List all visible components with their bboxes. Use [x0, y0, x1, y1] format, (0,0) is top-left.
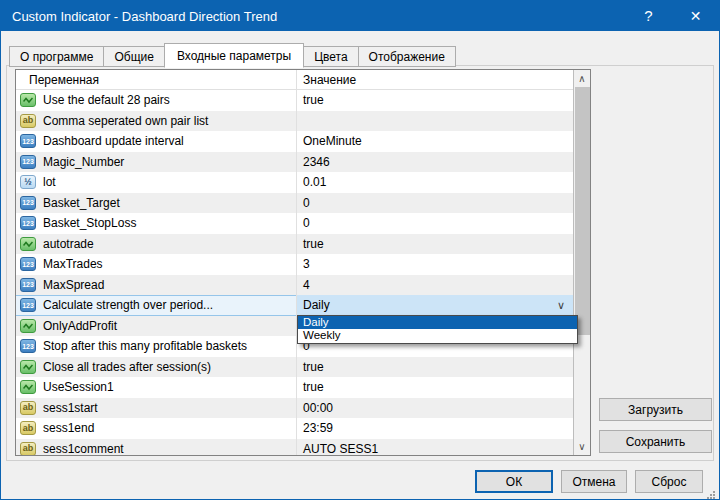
dropdown-list: Daily Weekly — [297, 315, 578, 344]
param-value-cell[interactable]: true ∨ — [297, 357, 573, 378]
int-type-icon: 123 — [20, 196, 36, 210]
param-value: 0.01 — [303, 175, 326, 189]
tab[interactable]: Отображение — [358, 46, 456, 67]
title-bar: Custom Indicator - Dashboard Direction T… — [1, 1, 719, 31]
param-row[interactable]: 123 Dashboard update interval OneMinute … — [16, 131, 573, 152]
int-type-icon: 123 — [20, 216, 36, 230]
param-row[interactable]: Use the default 28 pairs true ∨ — [16, 90, 573, 111]
param-name: Stop after this many profitable baskets — [43, 339, 247, 353]
scrollbar-thumb[interactable] — [575, 87, 590, 335]
param-name: Calculate strength over period... — [43, 298, 213, 312]
param-value-cell[interactable]: 3 ∨ — [297, 254, 573, 275]
param-name: Dashboard update interval — [43, 134, 184, 148]
save-button[interactable]: Сохранить — [599, 430, 712, 453]
param-value-cell[interactable]: true ∨ — [297, 234, 573, 255]
int-type-icon: 123 — [20, 278, 36, 292]
bool-type-icon — [20, 237, 36, 251]
param-value-cell[interactable]: OneMinute ∨ — [297, 131, 573, 152]
param-name: Magic_Number — [43, 155, 124, 169]
param-name: MaxTrades — [43, 257, 103, 271]
param-value-cell[interactable]: AUTO SESS1 ∨ — [297, 439, 573, 456]
column-header-variable[interactable]: Переменная — [16, 70, 297, 89]
bool-type-icon — [20, 360, 36, 374]
param-value: Daily — [303, 298, 330, 312]
param-value-cell[interactable]: 0.01 ∨ — [297, 172, 573, 193]
tab[interactable]: Входные параметры — [164, 43, 304, 68]
param-name: Comma seperated own pair list — [43, 114, 208, 128]
param-row[interactable]: ½ lot 0.01 ∨ — [16, 172, 573, 193]
param-row[interactable]: autotrade true ∨ — [16, 234, 573, 255]
bool-type-icon — [20, 380, 36, 394]
param-value: 4 — [303, 278, 310, 292]
column-header-value[interactable]: Значение — [297, 70, 590, 89]
dropdown-option[interactable]: Weekly — [298, 329, 577, 343]
param-value: AUTO SESS1 — [303, 442, 378, 455]
param-value: 2346 — [303, 155, 330, 169]
param-value-cell[interactable]: true ∨ — [297, 377, 573, 398]
scroll-up-icon[interactable]: ∧ — [574, 70, 590, 87]
dropdown-option[interactable]: Daily — [298, 316, 577, 330]
param-row[interactable]: 123 Basket_Target 0 ∨ — [16, 193, 573, 214]
param-value: true — [303, 380, 324, 394]
param-row[interactable]: ab Comma seperated own pair list ∨ — [16, 111, 573, 132]
vertical-scrollbar[interactable]: ∧ ∨ — [573, 70, 590, 455]
tab[interactable]: Общие — [103, 46, 164, 67]
tab-bar: О программе Общие Входные параметры Цвет… — [10, 43, 456, 67]
param-name: lot — [43, 175, 56, 189]
param-value-cell[interactable]: 00:00 ∨ — [297, 398, 573, 419]
param-value-cell[interactable]: 0 ∨ — [297, 213, 573, 234]
param-name: Close all trades after session(s) — [43, 360, 211, 374]
resize-grip-icon[interactable] — [705, 486, 716, 497]
tab[interactable]: О программе — [9, 46, 104, 67]
param-row[interactable]: ab sess1start 00:00 ∨ — [16, 398, 573, 419]
param-value-cell[interactable]: ∨ — [297, 111, 573, 132]
param-name: sess1end — [43, 421, 94, 435]
scroll-down-icon[interactable]: ∨ — [574, 438, 590, 455]
params-table: Переменная Значение Use the default 28 p… — [15, 69, 591, 456]
ok-button[interactable]: ОК — [475, 470, 553, 493]
reset-button[interactable]: Сброс — [635, 470, 703, 493]
param-row[interactable]: ab sess1comment AUTO SESS1 ∨ — [16, 439, 573, 456]
param-value: true — [303, 237, 324, 251]
param-row[interactable]: 123 Calculate strength over period... Da… — [16, 295, 573, 316]
param-value-cell[interactable]: 23:59 ∨ — [297, 418, 573, 439]
tab[interactable]: Цвета — [303, 46, 358, 67]
param-value: true — [303, 93, 324, 107]
param-value-cell[interactable]: 2346 ∨ — [297, 152, 573, 173]
param-value-cell[interactable]: Daily ∨ — [297, 295, 573, 316]
param-value: 3 — [303, 257, 310, 271]
param-row[interactable]: 123 MaxSpread 4 ∨ — [16, 275, 573, 296]
str-type-icon: ab — [20, 421, 36, 435]
int-type-icon: 123 — [20, 155, 36, 169]
load-button[interactable]: Загрузить — [599, 398, 712, 421]
param-value: true — [303, 360, 324, 374]
param-row[interactable]: ab sess1end 23:59 ∨ — [16, 418, 573, 439]
param-name: MaxSpread — [43, 278, 104, 292]
param-row[interactable]: UseSession1 true ∨ — [16, 377, 573, 398]
close-button[interactable]: ✕ — [672, 1, 719, 31]
param-row[interactable]: 123 Basket_StopLoss 0 ∨ — [16, 213, 573, 234]
int-type-icon: 123 — [20, 134, 36, 148]
param-value: 00:00 — [303, 401, 333, 415]
help-button[interactable]: ? — [625, 1, 672, 31]
param-value-cell[interactable]: 4 ∨ — [297, 275, 573, 296]
param-name: Basket_Target — [43, 196, 120, 210]
cancel-button[interactable]: Отмена — [561, 470, 627, 493]
param-row[interactable]: 123 Magic_Number 2346 ∨ — [16, 152, 573, 173]
param-name: autotrade — [43, 237, 94, 251]
param-value-cell[interactable]: 0 ∨ — [297, 193, 573, 214]
chevron-down-icon[interactable]: ∨ — [557, 295, 565, 315]
window-title: Custom Indicator - Dashboard Direction T… — [1, 9, 625, 24]
param-value-cell[interactable]: true ∨ — [297, 90, 573, 111]
param-row[interactable]: Close all trades after session(s) true ∨ — [16, 357, 573, 378]
int-type-icon: 123 — [20, 339, 36, 353]
param-row[interactable]: 123 MaxTrades 3 ∨ — [16, 254, 573, 275]
bool-type-icon — [20, 319, 36, 333]
bool-type-icon — [20, 93, 36, 107]
dialog-window: Custom Indicator - Dashboard Direction T… — [0, 0, 720, 500]
param-name: sess1comment — [43, 442, 124, 455]
param-name: Basket_StopLoss — [43, 216, 136, 230]
param-value: 23:59 — [303, 421, 333, 435]
param-name: OnlyAddProfit — [43, 319, 117, 333]
param-value: 0 — [303, 216, 310, 230]
